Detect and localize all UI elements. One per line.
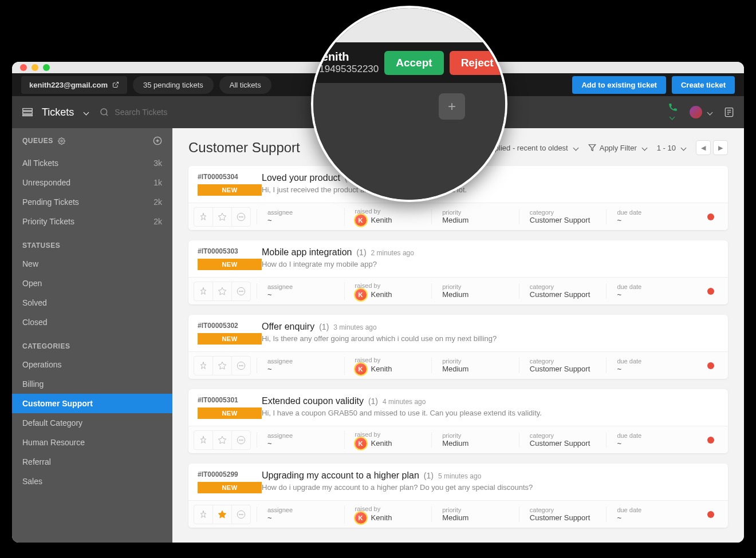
more-icon[interactable] xyxy=(231,505,251,524)
phone-icon[interactable] xyxy=(668,102,678,122)
star-icon[interactable] xyxy=(212,282,232,301)
all-tickets-pill[interactable]: All tickets xyxy=(219,76,271,94)
pin-icon[interactable] xyxy=(194,430,213,450)
svg-point-22 xyxy=(239,291,240,291)
svg-marker-30 xyxy=(218,436,226,444)
status-item[interactable]: Solved xyxy=(12,293,172,312)
add-queue-icon[interactable] xyxy=(153,136,162,145)
gear-icon[interactable] xyxy=(58,137,65,145)
star-icon[interactable] xyxy=(212,356,232,375)
queues-heading: QUEUES xyxy=(22,137,53,145)
filter-dropdown[interactable]: Apply Filter xyxy=(588,144,647,152)
svg-line-5 xyxy=(106,114,108,116)
accept-call-button[interactable]: Accept xyxy=(384,51,443,75)
ticket-card[interactable]: #IT00005301 NEW Extended coupon validity… xyxy=(188,389,728,453)
svg-point-34 xyxy=(242,440,243,440)
svg-point-24 xyxy=(242,291,243,291)
pin-icon[interactable] xyxy=(194,505,213,524)
ticket-preview: How do I integrate my mobile app? xyxy=(262,260,719,268)
svg-line-0 xyxy=(115,82,119,86)
category-item[interactable]: Default Category xyxy=(12,413,172,433)
ticket-title: Mobile app integration xyxy=(262,247,352,258)
chevron-down-icon[interactable] xyxy=(82,106,88,118)
ticket-id: #IT00005304 xyxy=(198,173,262,181)
next-page-button[interactable]: ▶ xyxy=(713,140,728,155)
svg-rect-2 xyxy=(23,112,33,114)
zoom-add-button[interactable]: + xyxy=(439,93,465,120)
pin-icon[interactable] xyxy=(194,356,213,375)
external-link-icon xyxy=(112,81,119,88)
activity-icon[interactable] xyxy=(723,106,735,118)
category-item[interactable]: Sales xyxy=(12,472,172,491)
call-zoom-overlay: Kenith +19495352230 Accept Reject + xyxy=(311,6,507,202)
close-window-dot[interactable] xyxy=(20,64,27,71)
category-item[interactable]: Customer Support xyxy=(12,394,172,413)
ticket-count: (1) xyxy=(424,471,434,480)
ticket-card[interactable]: #IT00005303 NEW Mobile app integration (… xyxy=(188,240,728,304)
status-item[interactable]: Closed xyxy=(12,312,172,332)
svg-point-39 xyxy=(242,514,243,515)
svg-rect-3 xyxy=(23,115,33,116)
prev-page-button[interactable]: ◀ xyxy=(696,140,711,155)
ticket-count: (1) xyxy=(356,248,366,257)
maximize-window-dot[interactable] xyxy=(43,64,50,71)
svg-point-37 xyxy=(239,514,240,515)
pin-icon[interactable] xyxy=(194,207,213,227)
svg-point-32 xyxy=(239,440,240,440)
status-item[interactable]: New xyxy=(12,254,172,274)
status-item[interactable]: Open xyxy=(12,274,172,293)
statuses-heading: STATUSES xyxy=(12,231,172,254)
category-item[interactable]: Human Resource xyxy=(12,433,172,452)
svg-point-27 xyxy=(239,365,240,366)
status-dot xyxy=(707,362,714,369)
category-item[interactable]: Billing xyxy=(12,374,172,394)
more-icon[interactable] xyxy=(231,282,251,301)
ticket-card[interactable]: #IT00005302 NEW Offer enquiry (1) 3 minu… xyxy=(188,315,728,379)
status-badge: NEW xyxy=(198,184,262,196)
ticket-id: #IT00005303 xyxy=(198,247,262,255)
more-icon[interactable] xyxy=(231,430,251,450)
status-badge: NEW xyxy=(198,333,262,345)
range-dropdown[interactable]: 1 - 10 xyxy=(657,144,686,152)
caller-name: Kenith xyxy=(313,50,379,64)
queue-item[interactable]: Priority Tickets2k xyxy=(12,212,172,231)
queue-item[interactable]: Pending Tickets2k xyxy=(12,192,172,212)
more-icon[interactable] xyxy=(231,356,251,375)
svg-point-18 xyxy=(241,216,241,217)
svg-point-38 xyxy=(241,514,241,515)
star-icon[interactable] xyxy=(212,505,232,524)
minimize-window-dot[interactable] xyxy=(32,64,38,71)
ticket-id: #IT00005301 xyxy=(198,396,262,404)
search-input[interactable] xyxy=(115,108,229,117)
sort-dropdown[interactable]: plied - recent to oldest xyxy=(495,144,578,152)
star-icon[interactable] xyxy=(212,207,232,227)
svg-point-4 xyxy=(101,109,107,115)
ticket-count: (1) xyxy=(368,397,378,406)
add-to-existing-button[interactable]: Add to existing ticket xyxy=(572,76,666,94)
toolbar-title: Tickets xyxy=(42,106,74,118)
user-avatar[interactable] xyxy=(690,106,712,118)
queue-item[interactable]: Unresponded1k xyxy=(12,173,172,192)
account-email[interactable]: kenith223@gmail.com xyxy=(21,76,127,94)
pin-icon[interactable] xyxy=(194,282,213,301)
status-badge: NEW xyxy=(198,407,262,419)
status-dot xyxy=(707,213,714,220)
svg-point-19 xyxy=(242,216,243,217)
create-ticket-button[interactable]: Create ticket xyxy=(672,76,735,94)
more-icon[interactable] xyxy=(231,207,251,227)
queue-item[interactable]: All Tickets3k xyxy=(12,153,172,173)
ticket-time: 2 minutes ago xyxy=(371,249,414,257)
filter-label: Apply Filter xyxy=(600,144,637,152)
category-item[interactable]: Operations xyxy=(12,355,172,374)
ticket-time: 3 minutes ago xyxy=(333,323,376,331)
reject-call-button[interactable]: Reject xyxy=(450,51,505,75)
ticket-title: Loved your product xyxy=(262,173,340,183)
star-icon[interactable] xyxy=(212,430,232,450)
svg-point-33 xyxy=(241,440,241,440)
pending-tickets-pill[interactable]: 35 pending tickets xyxy=(133,76,214,94)
sidebar: QUEUES All Tickets3kUnresponded1kPending… xyxy=(12,128,172,543)
svg-marker-15 xyxy=(218,213,226,220)
category-item[interactable]: Referral xyxy=(12,452,172,472)
ticket-card[interactable]: #IT00005299 NEW Upgrading my account to … xyxy=(188,464,728,528)
svg-marker-14 xyxy=(589,145,596,151)
